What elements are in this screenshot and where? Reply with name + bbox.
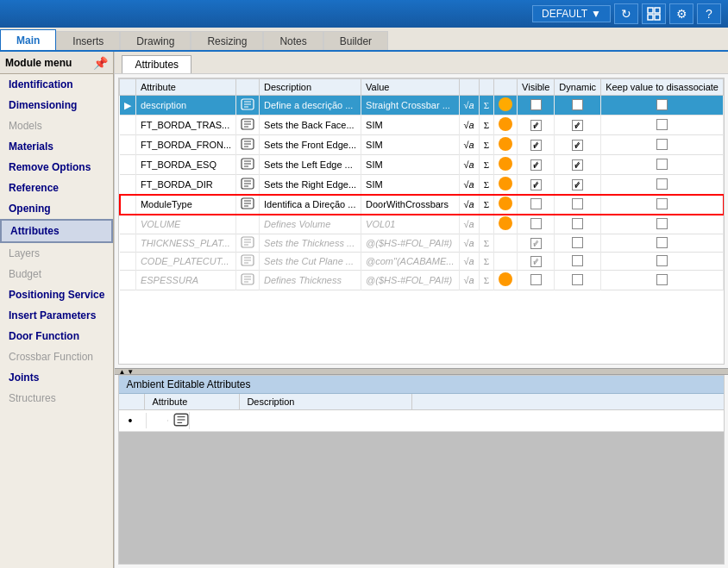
row-sqrt-cell: √a [459,175,479,195]
main-layout: Module menu 📌 Identification Dimensionin… [0,52,728,568]
sidebar-item-structures[interactable]: Structures [0,388,113,409]
row-sqrt-cell: √a [459,135,479,155]
bottom-panel-header: Ambient Editable Attributes [119,376,724,394]
row-desc-cell: Sets the Right Edge... [260,175,361,195]
row-arrow-cell: → [120,195,136,215]
sidebar-item-door-function[interactable]: Door Function [0,326,113,346]
table-row[interactable]: CODE_PLATECUT... Sets the Cut Plane ... … [120,253,724,271]
row-dynamic-cell[interactable] [555,234,601,253]
row-dynamic-cell[interactable] [555,96,601,115]
row-keep-cell[interactable] [601,115,724,135]
row-desc-cell: Identifica a Direção ... [260,195,361,215]
col-sigma [479,79,493,96]
row-sqrt-cell: √a [459,115,479,135]
row-dynamic-cell[interactable] [555,215,601,234]
refresh-button[interactable]: ↻ [614,3,638,24]
tab-builder[interactable]: Builder [323,31,388,50]
row-visible-cell[interactable]: ✓ [518,115,555,135]
sidebar-item-materials[interactable]: Materials [0,136,113,157]
row-visible-cell[interactable] [518,271,555,290]
row-value-cell: DoorWithCrossbars [361,195,459,215]
row-keep-cell[interactable] [601,195,724,215]
row-visible-cell[interactable]: ✓ [518,175,555,195]
sub-tab-attributes[interactable]: Attributes [122,55,191,73]
sidebar-item-remove-options[interactable]: Remove Options [0,157,113,178]
row-keep-cell[interactable] [601,155,724,175]
row-desc-cell: Sets the Cut Plane ... [260,253,361,271]
row-dynamic-cell[interactable] [555,271,601,290]
table-row[interactable]: FT_BORDA_TRAS... Sets the Back Face... S… [120,115,724,135]
row-keep-cell[interactable] [601,215,724,234]
sidebar-item-models[interactable]: Models [0,115,113,136]
row-icon-cell [236,271,260,290]
row-dynamic-cell[interactable] [555,195,601,215]
table-row[interactable]: THICKNESS_PLAT... Sets the Thickness ...… [120,234,724,253]
resize-handle[interactable]: ▲ ▼ [115,368,728,375]
table-row[interactable]: FT_BORDA_FRON... Sets the Front Edge... … [120,135,724,155]
row-keep-cell[interactable] [601,96,724,115]
row-value-cell: @com"(ACABAME... [361,253,459,271]
pin-icon[interactable]: 📌 [93,56,108,70]
row-sigma-cell: Σ [479,195,493,215]
row-attribute-cell: THICKNESS_PLAT... [135,234,235,253]
row-dynamic-cell[interactable]: ✓ [555,155,601,175]
row-arrow-cell [120,115,136,135]
sidebar-item-dimensioning[interactable]: Dimensioning [0,95,113,115]
bottom-row-dot: • [122,413,147,428]
tab-drawing[interactable]: Drawing [120,31,191,50]
attributes-table-container[interactable]: Attribute Description Value Visible Dyna… [118,78,725,365]
row-visible-cell[interactable]: ✓ [518,253,555,271]
sidebar-item-budget[interactable]: Budget [0,264,113,284]
sidebar-item-positioning-service[interactable]: Positioning Service [0,284,113,305]
tab-notes[interactable]: Notes [263,31,323,50]
tab-resizing[interactable]: Resizing [191,31,263,50]
attributes-table: Attribute Description Value Visible Dyna… [119,78,724,290]
row-visible-cell[interactable] [518,96,555,115]
row-keep-cell[interactable] [601,234,724,253]
settings-button[interactable]: ⚙ [669,3,693,24]
sidebar-item-identification[interactable]: Identification [0,74,113,95]
row-keep-cell[interactable] [601,135,724,155]
sidebar-item-joints[interactable]: Joints [0,367,113,388]
row-dynamic-cell[interactable]: ✓ [555,115,601,135]
row-arrow-cell: ▶ [120,96,136,115]
default-dropdown[interactable]: DEFAULT ▼ [532,5,611,22]
table-row[interactable]: VOLUME Defines Volume VOL01 √a [120,215,724,234]
row-visible-cell[interactable]: ✓ [518,135,555,155]
row-value-cell: VOL01 [361,215,459,234]
row-icon-cell [236,215,260,234]
row-visible-cell[interactable]: ✓ [518,234,555,253]
row-visible-cell[interactable]: ✓ [518,155,555,175]
table-row[interactable]: ▶ description Define a descrição ... Str… [120,96,724,115]
sidebar-item-layers[interactable]: Layers [0,243,113,264]
tab-main[interactable]: Main [0,29,56,50]
row-keep-cell[interactable] [601,175,724,195]
sidebar-item-attributes[interactable]: Attributes [0,219,113,243]
table-row[interactable]: → ModuleType Identifica a Direção ... Do… [120,195,724,215]
row-dynamic-cell[interactable]: ✓ [555,135,601,155]
row-sigma-cell: Σ [479,115,493,135]
sidebar-item-crossbar-function[interactable]: Crossbar Function [0,346,113,367]
row-sigma-cell: Σ [479,234,493,253]
row-dynamic-cell[interactable]: ✓ [555,175,601,195]
row-keep-cell[interactable] [601,253,724,271]
row-bubble-cell [494,195,518,215]
row-value-cell: @($HS-#FOL_PAI#) [361,271,459,290]
table-row[interactable]: ESPESSURA Defines Thickness @($HS-#FOL_P… [120,271,724,290]
tab-inserts[interactable]: Inserts [56,31,120,50]
row-visible-cell[interactable] [518,215,555,234]
help-button[interactable]: ? [697,3,721,24]
sidebar-item-opening[interactable]: Opening [0,198,113,219]
grid-button[interactable] [642,3,666,24]
row-icon-cell [236,96,260,115]
sidebar-scroll[interactable]: Identification Dimensioning Models Mater… [0,74,113,568]
table-row[interactable]: FT_BORDA_DIR Sets the Right Edge... SIM … [120,175,724,195]
row-desc-cell: Defines Thickness [260,271,361,290]
table-row[interactable]: FT_BORDA_ESQ Sets the Left Edge ... SIM … [120,155,724,175]
row-dynamic-cell[interactable] [555,253,601,271]
sidebar-item-insert-parameters[interactable]: Insert Parameters [0,305,113,326]
row-desc-cell: Sets the Front Edge... [260,135,361,155]
sidebar-item-reference[interactable]: Reference [0,178,113,198]
row-visible-cell[interactable] [518,195,555,215]
row-keep-cell[interactable] [601,271,724,290]
